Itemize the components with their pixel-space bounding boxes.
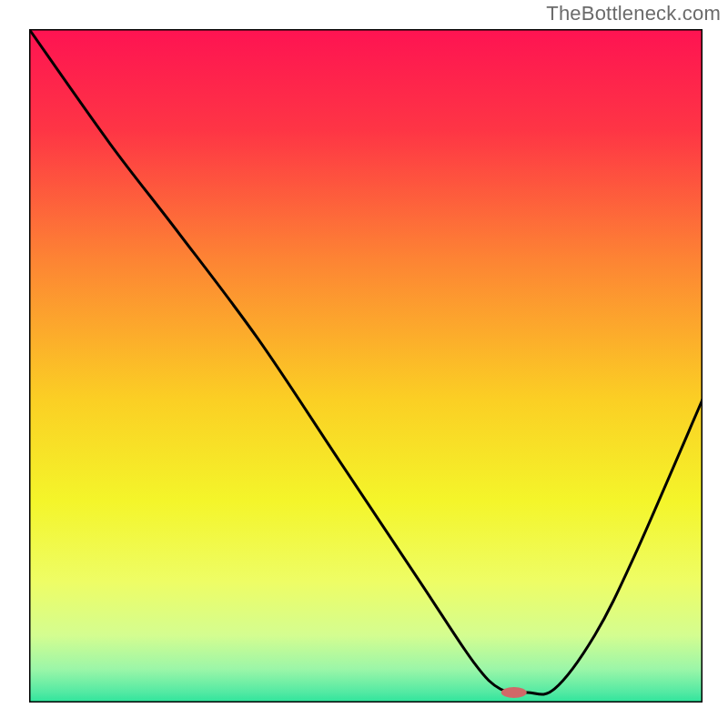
bottleneck-chart <box>0 0 728 728</box>
gradient-background <box>29 29 703 703</box>
optimal-marker <box>501 687 527 698</box>
plot-area <box>29 29 703 703</box>
chart-container: TheBottleneck.com <box>0 0 728 728</box>
watermark-text: TheBottleneck.com <box>546 2 721 25</box>
